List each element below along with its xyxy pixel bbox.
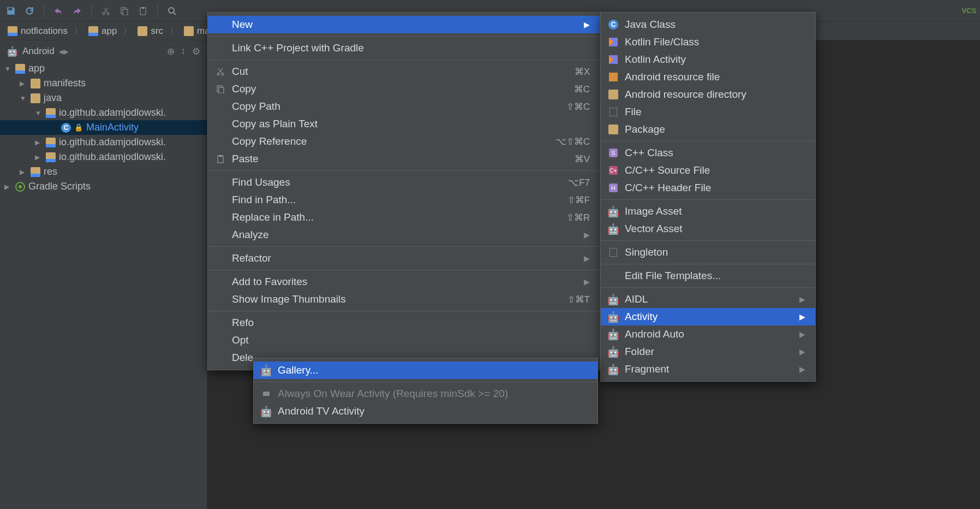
android-icon: 🤖 (607, 363, 619, 375)
android-icon: 🤖 (260, 405, 272, 417)
menu-item-paste[interactable]: Paste⌘V (208, 150, 600, 168)
android-icon: 🤖 (260, 364, 272, 376)
menu-item-fragment[interactable]: 🤖Fragment▶ (601, 360, 815, 378)
menu-item-analyze[interactable]: Analyze▶ (208, 226, 600, 244)
expand-arrow-icon: ▶ (35, 139, 43, 146)
tree-node-gradle[interactable]: ▶Gradle Scripts (0, 179, 207, 194)
file-icon (607, 106, 619, 118)
svg-text:S: S (611, 150, 615, 156)
menu-item-edit-templates[interactable]: Edit File Templates... (601, 267, 815, 285)
chevron-right-icon: 〉 (74, 26, 82, 36)
breadcrumb-item[interactable]: app (85, 25, 120, 38)
menu-item-new[interactable]: New▶ (208, 16, 600, 33)
sync-icon[interactable] (24, 5, 35, 16)
paste-icon (214, 153, 226, 165)
menu-separator (254, 382, 597, 382)
tree-node-package[interactable]: ▶io.github.adamjodlowski. (0, 150, 207, 164)
toolbar-separator (91, 4, 92, 17)
menu-item-show-thumbnails[interactable]: Show Image Thumbnails⇧⌘T (208, 291, 600, 308)
svg-rect-4 (123, 9, 128, 15)
tree-node-app[interactable]: ▼app (0, 61, 207, 76)
menu-item-truncated[interactable]: Refo (208, 314, 600, 332)
menu-item-cpp-class[interactable]: SC++ Class (601, 144, 815, 162)
tree-node-java[interactable]: ▼java (0, 91, 207, 105)
save-icon[interactable] (5, 5, 16, 16)
cpp-icon: S (607, 147, 619, 159)
class-icon: C (61, 123, 71, 133)
menu-item-package[interactable]: Package (601, 121, 815, 138)
tree-node-package[interactable]: ▶io.github.adamjodlowski. (0, 135, 207, 150)
tree-node-package[interactable]: ▼io.github.adamjodlowski. (0, 105, 207, 120)
package-icon (46, 108, 56, 118)
wear-icon (260, 388, 272, 400)
undo-icon[interactable] (53, 5, 64, 16)
menu-item-android-res-dir[interactable]: Android resource directory (601, 86, 815, 103)
svg-text:C+: C+ (609, 168, 617, 174)
svg-rect-0 (9, 8, 13, 10)
menu-item-singleton[interactable]: Singleton (601, 244, 815, 261)
menu-item-replace-path[interactable]: Replace in Path...⇧⌘R (208, 209, 600, 226)
menu-item-android-auto[interactable]: 🤖Android Auto▶ (601, 325, 815, 343)
cut-icon[interactable] (100, 5, 111, 16)
menu-item-file[interactable]: File (601, 103, 815, 121)
svg-rect-18 (609, 73, 618, 81)
menu-item-kotlin-activity[interactable]: Kotlin Activity (601, 51, 815, 68)
menu-item-activity[interactable]: 🤖Activity▶ (601, 308, 815, 325)
svg-text:H: H (611, 185, 616, 191)
expand-arrow-icon: ▶ (20, 168, 27, 176)
breadcrumb-item[interactable]: notfications (4, 25, 71, 38)
sidebar-header[interactable]: 🤖 Android ◂▸ ⊕ ↕ ⚙ (0, 44, 207, 59)
tree-node-manifests[interactable]: ▶manifests (0, 76, 207, 91)
chevron-right-icon: 〉 (123, 26, 131, 36)
android-icon: 🤖 (607, 205, 619, 217)
menu-item-wear-activity[interactable]: Always On Wear Activity (Requires minSdk… (254, 385, 597, 403)
submenu-activity: 🤖Gallery... Always On Wear Activity (Req… (253, 358, 598, 424)
vcs-icon[interactable]: VCS (964, 5, 975, 16)
folder-icon (31, 93, 40, 103)
menu-item-gallery[interactable]: 🤖Gallery... (254, 362, 597, 379)
tree-node-main-activity[interactable]: C🔒MainActivity (0, 120, 207, 135)
menu-item-link-cpp[interactable]: Link C++ Project with Gradle (208, 39, 600, 57)
menu-item-cut[interactable]: Cut⌘X (208, 63, 600, 80)
chevron-right-icon: 〉 (170, 26, 177, 36)
menu-item-copy[interactable]: Copy⌘C (208, 80, 600, 98)
redo-icon[interactable] (71, 5, 82, 16)
menu-item-kotlin-file[interactable]: Kotlin File/Class (601, 33, 815, 51)
menu-item-aidl[interactable]: 🤖AIDL▶ (601, 291, 815, 308)
menu-item-copy-ref[interactable]: Copy Reference⌥⇧⌘C (208, 133, 600, 150)
menu-item-truncated[interactable]: Opt (208, 332, 600, 349)
paste-icon[interactable] (138, 5, 148, 16)
search-icon[interactable] (166, 5, 177, 16)
menu-item-android-res-file[interactable]: Android resource file (601, 68, 815, 86)
menu-item-c-source[interactable]: C+C/C++ Source File (601, 162, 815, 179)
menu-item-java-class[interactable]: CJava Class (601, 16, 815, 33)
android-icon: 🤖 (607, 223, 619, 235)
expand-arrow-icon: ▶ (35, 153, 43, 161)
menu-item-refactor[interactable]: Refactor▶ (208, 250, 600, 267)
kotlin-icon (607, 36, 619, 48)
menu-item-vector-asset[interactable]: 🤖Vector Asset (601, 220, 815, 238)
copy-icon[interactable] (119, 5, 130, 16)
menu-item-find-usages[interactable]: Find Usages⌥F7 (208, 174, 600, 191)
menu-item-folder[interactable]: 🤖Folder▶ (601, 343, 815, 360)
collapse-icon[interactable]: ↕ (181, 46, 186, 57)
svg-rect-19 (609, 108, 617, 116)
menu-item-c-header[interactable]: HC/C++ Header File (601, 179, 815, 197)
menu-item-add-favorites[interactable]: Add to Favorites▶ (208, 273, 600, 291)
lock-icon: 🔒 (74, 123, 83, 132)
menu-separator (208, 36, 600, 37)
module-icon (15, 64, 25, 74)
nav-arrows-icon[interactable]: ◂▸ (59, 46, 69, 57)
menu-item-copy-plain[interactable]: Copy as Plain Text (208, 115, 600, 133)
menu-item-tv-activity[interactable]: 🤖Android TV Activity (254, 403, 597, 420)
target-icon[interactable]: ⊕ (167, 46, 175, 57)
menu-item-find-path[interactable]: Find in Path...⇧⌘F (208, 191, 600, 209)
breadcrumb-item[interactable]: src (134, 25, 166, 38)
menu-item-image-asset[interactable]: 🤖Image Asset (601, 203, 815, 220)
menu-separator (208, 270, 600, 270)
android-icon: 🤖 (607, 328, 619, 340)
gear-icon[interactable]: ⚙ (192, 46, 200, 57)
svg-point-9 (19, 185, 22, 188)
tree-node-res[interactable]: ▶res (0, 164, 207, 179)
menu-item-copy-path[interactable]: Copy Path⇧⌘C (208, 98, 600, 115)
